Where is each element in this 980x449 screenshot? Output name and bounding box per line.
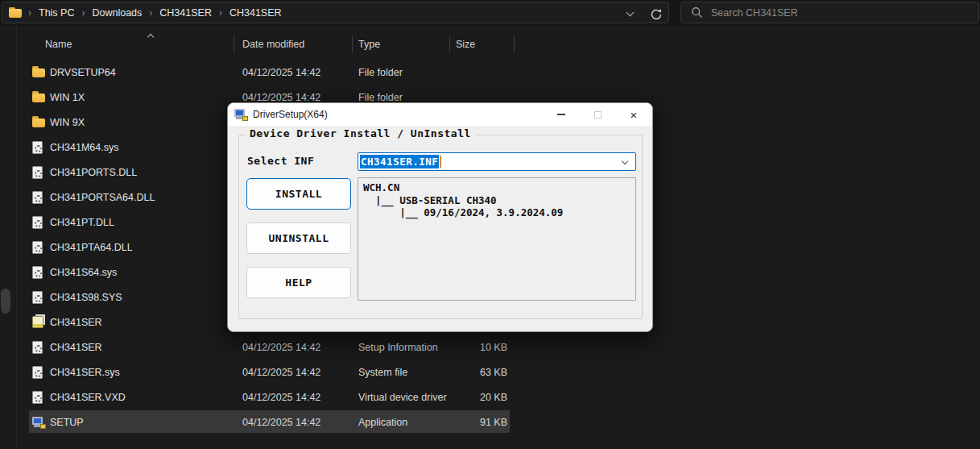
system-file-icon [32, 241, 43, 254]
installer-icon [234, 108, 248, 121]
refresh-icon[interactable] [648, 6, 664, 23]
breadcrumb-item-ch341ser[interactable]: CH341SER [155, 5, 217, 21]
text-caret [440, 156, 441, 168]
file-name: CH341PTA64.DLL [50, 242, 133, 253]
file-name: CH341M64.sys [50, 142, 118, 153]
system-file-icon [32, 266, 43, 279]
breadcrumb-separator-icon: › [147, 7, 155, 19]
close-icon: × [631, 109, 638, 121]
explorer-window: › This PC › Downloads › CH341SER › CH341… [0, 0, 980, 449]
address-bar[interactable]: › This PC › Downloads › CH341SER › CH341… [2, 2, 669, 23]
file-name: DRVSETUP64 [50, 67, 116, 78]
column-divider[interactable] [234, 35, 234, 53]
chevron-down-icon [622, 158, 628, 164]
driver-info-text: WCH.CN |__ USB-SERIAL CH340 |__ 09/16/20… [358, 178, 635, 222]
column-divider[interactable] [514, 35, 515, 53]
column-divider[interactable] [352, 35, 353, 53]
search-input[interactable]: Search CH341SER [680, 2, 979, 23]
column-header-type[interactable]: Type [358, 39, 380, 50]
file-name: CH341S98.SYS [50, 292, 122, 303]
inf-select-combobox[interactable]: CH341SER.INF [358, 152, 636, 171]
breadcrumb-separator-icon: › [217, 7, 225, 19]
file-name: CH341SER [50, 342, 102, 353]
column-header-size[interactable]: Size [456, 39, 475, 50]
close-button[interactable]: × [620, 103, 647, 126]
explorer-toolbar: › This PC › Downloads › CH341SER › CH341… [0, 0, 980, 26]
driver-info-box: WCH.CN |__ USB-SERIAL CH340 |__ 09/16/20… [358, 177, 636, 301]
breadcrumb-item-downloads[interactable]: Downloads [87, 5, 147, 21]
folder-icon [32, 91, 46, 102]
help-button[interactable]: HELP [246, 267, 351, 298]
scrollbar-thumb[interactable] [1, 289, 10, 314]
file-name: CH341PT.DLL [50, 217, 114, 228]
installer-icon [32, 416, 46, 429]
breadcrumb-item-this-pc[interactable]: This PC [34, 5, 79, 21]
file-name: WIN 1X [50, 92, 85, 103]
column-header-name[interactable]: Name [45, 39, 72, 50]
breadcrumb-separator-icon: › [26, 7, 34, 19]
sort-ascending-icon [147, 34, 154, 40]
file-name: SETUP [50, 417, 84, 428]
file-date: 04/12/2025 14:42 [242, 417, 320, 428]
folder-icon [32, 66, 46, 77]
breadcrumb-item-ch341ser-2[interactable]: CH341SER [225, 5, 287, 21]
file-size: 63 KB [435, 367, 507, 378]
table-row[interactable]: CH341SER 04/12/2025 14:42 Setup Informat… [17, 335, 564, 360]
file-type: File folder [358, 92, 403, 103]
table-row-selected[interactable]: SETUP 04/12/2025 14:42 Application 91 KB [17, 410, 564, 434]
dialog-title-bar[interactable]: DriverSetup(X64) × [228, 103, 652, 126]
minimize-icon [557, 114, 565, 115]
file-type: Setup Information [358, 342, 438, 353]
group-title: Device Driver Install / UnInstall [246, 127, 475, 139]
table-row[interactable]: CH341SER.VXD 04/12/2025 14:42 Virtual de… [17, 385, 564, 410]
select-inf-label: Select INF [247, 155, 314, 167]
system-file-icon [32, 366, 43, 379]
folder-icon [9, 7, 23, 19]
table-row[interactable]: DRVSETUP64 04/12/2025 14:42 File folder [17, 60, 564, 85]
system-file-icon [32, 191, 43, 204]
table-row[interactable]: CH341SER.sys 04/12/2025 14:42 System fil… [17, 360, 564, 385]
file-date: 04/12/2025 14:42 [242, 92, 320, 103]
file-type: System file [358, 367, 407, 378]
file-name: CH341SER.sys [50, 367, 120, 378]
file-date: 04/12/2025 14:42 [242, 367, 320, 378]
file-name: CH341SER [50, 317, 102, 328]
search-placeholder: Search CH341SER [711, 7, 798, 19]
system-file-icon [32, 141, 43, 154]
file-type: File folder [358, 67, 403, 78]
folder-icon [32, 116, 46, 127]
file-date: 04/12/2025 14:42 [242, 67, 320, 78]
file-name: WIN 9X [50, 117, 85, 128]
file-size: 20 KB [435, 392, 507, 403]
search-icon [691, 6, 703, 19]
file-name: CH341PORTSA64.DLL [50, 192, 155, 203]
dialog-title: DriverSetup(X64) [253, 109, 328, 120]
file-type: Virtual device driver [358, 392, 447, 403]
file-name: CH341PORTS.DLL [50, 167, 137, 178]
uninstall-button[interactable]: UNINSTALL [246, 222, 351, 254]
system-file-icon [32, 216, 43, 229]
breadcrumb-separator-icon: › [79, 7, 87, 19]
file-date: 04/12/2025 14:42 [242, 392, 320, 403]
driver-setup-dialog: DriverSetup(X64) × Device Driver Install… [227, 102, 653, 332]
maximize-button [584, 103, 611, 126]
column-header-row: Name Date modified Type Size [17, 32, 564, 56]
file-size: 91 KB [435, 417, 507, 428]
install-button[interactable]: INSTALL [246, 178, 351, 210]
column-header-date[interactable]: Date modified [242, 39, 304, 50]
system-file-icon [32, 391, 43, 404]
minimize-button[interactable] [548, 103, 575, 126]
maximize-icon [594, 111, 602, 118]
file-type: Application [358, 417, 407, 428]
file-date: 04/12/2025 14:42 [242, 342, 320, 353]
file-size: 10 KB [435, 342, 507, 353]
system-file-icon [32, 166, 43, 179]
column-divider[interactable] [449, 35, 450, 53]
chevron-down-icon[interactable] [626, 9, 635, 17]
setup-info-icon [32, 341, 43, 354]
file-name: CH341S64.sys [50, 267, 117, 278]
system-file-icon [32, 291, 43, 304]
file-name: CH341SER.VXD [50, 392, 126, 403]
inf-selected-value: CH341SER.INF [360, 155, 439, 168]
catalog-icon [32, 316, 43, 328]
